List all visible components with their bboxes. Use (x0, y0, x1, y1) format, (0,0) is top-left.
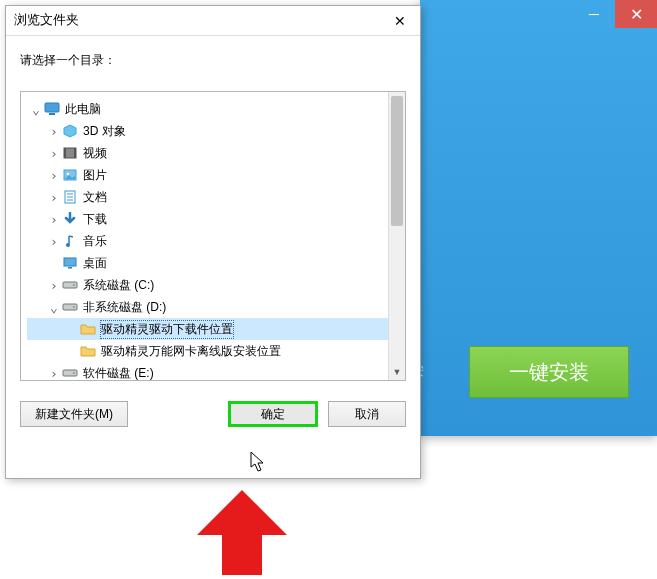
scroll-down-button[interactable]: ▼ (389, 363, 405, 380)
browse-folder-dialog: 浏览文件夹 ✕ 请选择一个目录： ⌄ 此电脑 ›3D 对象 ›视频 ›图片 ›文… (5, 5, 421, 479)
tree-label: 文档 (83, 189, 107, 206)
tree-node-this-pc[interactable]: ⌄ 此电脑 (27, 98, 405, 120)
new-folder-button[interactable]: 新建文件夹(M) (20, 401, 128, 427)
tree-label: 音乐 (83, 233, 107, 250)
bg-titlebar: ─ ✕ (420, 0, 657, 28)
one-click-install-button[interactable]: 一键安装 (469, 346, 629, 398)
tree-node-3d[interactable]: ›3D 对象 (27, 120, 405, 142)
tree-label: 此电脑 (65, 101, 101, 118)
tree-node-folder-offline-install[interactable]: 驱动精灵万能网卡离线版安装位置 (27, 340, 405, 362)
download-arrow-icon (61, 212, 79, 226)
tree-node-downloads[interactable]: ›下载 (27, 208, 405, 230)
red-arrow-annotation-icon (192, 490, 292, 579)
svg-marker-21 (197, 490, 287, 575)
tree-label: 软件磁盘 (E:) (83, 365, 154, 381)
image-icon (61, 168, 79, 182)
dialog-button-row: 新建文件夹(M) 确定 取消 (6, 391, 420, 441)
svg-rect-14 (68, 267, 72, 269)
tree-node-desktop[interactable]: 桌面 (27, 252, 405, 274)
expand-toggle[interactable]: ⌄ (47, 300, 61, 315)
document-icon (61, 190, 79, 204)
tree-label: 下载 (83, 211, 107, 228)
expand-toggle[interactable]: › (47, 212, 61, 227)
tree-node-videos[interactable]: ›视频 (27, 142, 405, 164)
svg-point-20 (73, 372, 75, 374)
svg-rect-5 (74, 148, 76, 158)
tree-scrollbar[interactable]: ▲ ▼ (388, 92, 405, 380)
tree-label: 驱动精灵驱动下载件位置 (101, 321, 233, 338)
disk-icon (61, 280, 79, 290)
tree-node-documents[interactable]: ›文档 (27, 186, 405, 208)
tree-label: 系统磁盘 (C:) (83, 277, 154, 294)
tree-node-pictures[interactable]: ›图片 (27, 164, 405, 186)
dialog-close-button[interactable]: ✕ (380, 7, 420, 35)
svg-marker-2 (64, 125, 76, 137)
expand-toggle[interactable]: ⌄ (29, 102, 43, 117)
svg-rect-4 (64, 148, 66, 158)
cancel-button[interactable]: 取消 (328, 401, 406, 427)
tree-node-folder-download-location[interactable]: 驱动精灵驱动下载件位置 (27, 318, 405, 340)
disk-icon (61, 368, 79, 378)
dialog-title: 浏览文件夹 (14, 12, 79, 29)
film-icon (61, 146, 79, 160)
dialog-titlebar: 浏览文件夹 ✕ (6, 6, 420, 36)
tree-label: 图片 (83, 167, 107, 184)
expand-toggle[interactable]: › (47, 278, 61, 293)
tree-node-drive-d[interactable]: ⌄非系统磁盘 (D:) (27, 296, 405, 318)
scroll-thumb[interactable] (391, 96, 403, 226)
svg-point-12 (66, 243, 70, 247)
expand-toggle[interactable]: › (47, 366, 61, 381)
background-installer-window: ─ ✕ 安 一键安装 (420, 0, 657, 436)
folder-icon (79, 323, 97, 335)
expand-toggle[interactable]: › (47, 124, 61, 139)
svg-rect-13 (64, 258, 76, 266)
bg-close-button[interactable]: ✕ (615, 0, 657, 28)
tree-label: 视频 (83, 145, 107, 162)
svg-point-18 (73, 306, 75, 308)
tree-node-drive-e[interactable]: ›软件磁盘 (E:) (27, 362, 405, 380)
expand-toggle[interactable]: › (47, 190, 61, 205)
expand-toggle[interactable]: › (47, 234, 61, 249)
cube-icon (61, 124, 79, 138)
tree-label: 驱动精灵万能网卡离线版安装位置 (101, 343, 281, 360)
tree-node-drive-c[interactable]: ›系统磁盘 (C:) (27, 274, 405, 296)
svg-point-16 (73, 284, 75, 286)
svg-rect-0 (45, 103, 59, 112)
folder-icon (79, 345, 97, 357)
expand-toggle[interactable]: › (47, 146, 61, 161)
disk-icon (61, 302, 79, 312)
bg-minimize-button[interactable]: ─ (573, 0, 615, 28)
folder-tree: ⌄ 此电脑 ›3D 对象 ›视频 ›图片 ›文档 ›下载 ›音乐 桌面 ›系统磁… (20, 91, 406, 381)
svg-point-7 (67, 173, 70, 176)
tree-label: 非系统磁盘 (D:) (83, 299, 166, 316)
ok-button[interactable]: 确定 (228, 401, 318, 427)
tree-label: 3D 对象 (83, 123, 126, 140)
pc-icon (43, 102, 61, 116)
tree-node-music[interactable]: ›音乐 (27, 230, 405, 252)
desktop-icon (61, 257, 79, 269)
music-note-icon (61, 234, 79, 248)
svg-rect-1 (49, 113, 55, 115)
dialog-prompt: 请选择一个目录： (6, 36, 420, 77)
tree-label: 桌面 (83, 255, 107, 272)
expand-toggle[interactable]: › (47, 168, 61, 183)
